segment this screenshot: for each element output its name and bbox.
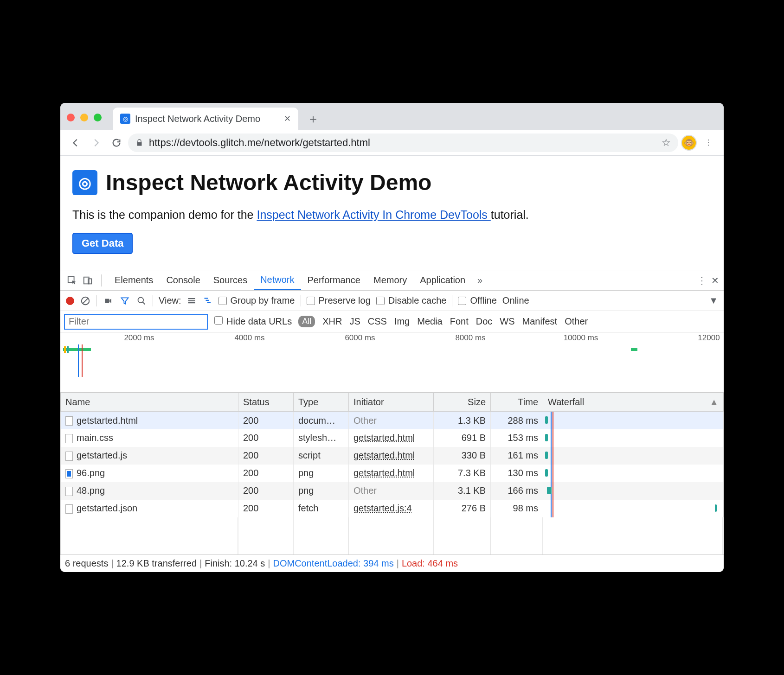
page-heading: ◎ Inspect Network Activity Demo (72, 170, 712, 195)
reload-button[interactable] (108, 134, 125, 152)
maximize-window-button[interactable] (94, 114, 102, 121)
disable-cache-checkbox[interactable]: Disable cache (376, 295, 447, 306)
timeline-tick: 12000 (698, 333, 720, 343)
waterfall-view-icon[interactable] (203, 297, 213, 305)
devtools-settings-icon[interactable]: ⋮ (697, 275, 707, 286)
filter-type-media[interactable]: Media (417, 316, 442, 327)
large-rows-icon[interactable] (187, 297, 197, 305)
timeline-tick: 4000 ms (234, 333, 264, 343)
devtools-tab-console[interactable]: Console (160, 270, 206, 290)
filter-type-other[interactable]: Other (565, 316, 588, 327)
back-button[interactable] (67, 134, 84, 152)
timeline-tick: 6000 ms (345, 333, 375, 343)
filter-type-xhr[interactable]: XHR (322, 316, 342, 327)
inspect-element-icon[interactable] (65, 274, 79, 287)
browser-tab[interactable]: ◎ Inspect Network Activity Demo ✕ (113, 108, 298, 130)
devtools-tab-application[interactable]: Application (413, 270, 472, 290)
clear-icon[interactable] (80, 296, 91, 306)
browser-menu-button[interactable]: ⋮ (700, 134, 717, 152)
network-toolbar: View: Group by frame Preserve log Disabl… (60, 291, 724, 311)
bookmark-star-icon[interactable]: ☆ (662, 137, 671, 149)
camera-icon[interactable] (103, 297, 114, 305)
overview-timeline[interactable]: 2000 ms4000 ms6000 ms8000 ms10000 ms1200… (60, 332, 724, 393)
divider (101, 274, 102, 287)
timeline-tick: 8000 ms (455, 333, 485, 343)
page-intro: This is the companion demo for the Inspe… (72, 208, 712, 222)
column-status[interactable]: Status (238, 393, 294, 412)
filter-type-manifest[interactable]: Manifest (522, 316, 558, 327)
table-row[interactable]: getstarted.html200docum…Other1.3 KB288 m… (61, 412, 724, 429)
devtools-panel: ElementsConsoleSourcesNetworkPerformance… (60, 270, 724, 572)
status-domcontentloaded: DOMContentLoaded: 394 ms (273, 558, 394, 569)
filter-type-css[interactable]: CSS (368, 316, 387, 327)
filter-icon[interactable] (119, 296, 130, 306)
svg-rect-7 (188, 302, 195, 303)
throttling-dropdown-icon[interactable]: ▼ (709, 295, 718, 306)
close-window-button[interactable] (67, 114, 75, 121)
column-size[interactable]: Size (434, 393, 491, 412)
filter-row: Hide data URLs AllXHRJSCSSImgMediaFontDo… (60, 311, 724, 332)
group-by-frame-checkbox[interactable]: Group by frame (218, 295, 295, 306)
status-finish: Finish: 10.24 s (205, 558, 265, 569)
table-row[interactable]: main.css200stylesh…getstarted.html691 B1… (61, 429, 724, 447)
filter-type-font[interactable]: Font (450, 316, 469, 327)
window-controls (67, 114, 102, 121)
filter-input[interactable] (64, 314, 208, 330)
status-bar: 6 requests | 12.9 KB transferred | Finis… (60, 554, 724, 572)
network-table: NameStatusTypeInitiatorSizeTimeWaterfall… (60, 393, 724, 517)
column-initiator[interactable]: Initiator (349, 393, 434, 412)
devtools-tab-elements[interactable]: Elements (108, 270, 160, 290)
browser-window: ◎ Inspect Network Activity Demo ✕ ＋ http… (60, 103, 724, 572)
table-row[interactable]: getstarted.js200scriptgetstarted.html330… (61, 447, 724, 465)
devtools-logo-icon: ◎ (72, 170, 97, 195)
column-type[interactable]: Type (294, 393, 349, 412)
more-tabs-icon[interactable]: » (477, 275, 482, 286)
offline-checkbox[interactable]: Offline (458, 295, 496, 306)
table-row[interactable]: 96.png200pnggetstarted.html7.3 KB130 ms (61, 465, 724, 482)
table-row[interactable]: getstarted.json200fetchgetstarted.js:427… (61, 500, 724, 517)
page-heading-text: Inspect Network Activity Demo (106, 170, 431, 195)
column-time[interactable]: Time (491, 393, 543, 412)
svg-rect-9 (206, 300, 209, 301)
omnibox[interactable]: https://devtools.glitch.me/network/getst… (128, 134, 678, 152)
preserve-log-checkbox[interactable]: Preserve log (307, 295, 371, 306)
new-tab-button[interactable]: ＋ (304, 109, 322, 128)
tutorial-link[interactable]: Inspect Network Activity In Chrome DevTo… (257, 208, 490, 221)
filter-type-ws[interactable]: WS (500, 316, 514, 327)
tab-strip: ◎ Inspect Network Activity Demo ✕ ＋ (60, 103, 724, 130)
hide-data-urls-checkbox[interactable]: Hide data URLs (214, 316, 292, 327)
filter-type-doc[interactable]: Doc (476, 316, 493, 327)
profile-avatar[interactable]: 🐵 (681, 135, 697, 151)
column-waterfall[interactable]: Waterfall▲ (543, 393, 724, 412)
device-toggle-icon[interactable] (81, 274, 95, 287)
svg-point-4 (138, 297, 144, 303)
devtools-tab-performance[interactable]: Performance (301, 270, 367, 290)
online-label[interactable]: Online (502, 295, 529, 306)
devtools-tab-sources[interactable]: Sources (207, 270, 254, 290)
tab-title: Inspect Network Activity Demo (135, 114, 260, 124)
search-icon[interactable] (136, 296, 147, 306)
devtools-close-icon[interactable]: ✕ (711, 275, 719, 286)
devtools-tab-memory[interactable]: Memory (367, 270, 413, 290)
filter-type-img[interactable]: Img (394, 316, 410, 327)
lock-icon (135, 138, 143, 147)
page-content: ◎ Inspect Network Activity Demo This is … (60, 156, 724, 270)
devtools-tab-network[interactable]: Network (254, 270, 301, 290)
column-name[interactable]: Name (61, 393, 238, 412)
favicon-icon: ◎ (120, 114, 130, 124)
svg-rect-8 (204, 298, 208, 299)
svg-rect-5 (188, 298, 195, 299)
svg-rect-10 (207, 302, 211, 303)
get-data-button[interactable]: Get Data (72, 233, 133, 254)
filter-type-js[interactable]: JS (349, 316, 360, 327)
minimize-window-button[interactable] (80, 114, 88, 121)
intro-pre: This is the companion demo for the (72, 208, 257, 221)
close-tab-icon[interactable]: ✕ (284, 114, 291, 124)
intro-post: tutorial. (491, 208, 529, 221)
record-button[interactable] (66, 297, 74, 305)
empty-rows (60, 517, 724, 554)
forward-button[interactable] (87, 134, 105, 152)
filter-type-all[interactable]: All (298, 316, 315, 327)
table-row[interactable]: 48.png200pngOther3.1 KB166 ms (61, 482, 724, 500)
url-text: https://devtools.glitch.me/network/getst… (149, 137, 656, 149)
